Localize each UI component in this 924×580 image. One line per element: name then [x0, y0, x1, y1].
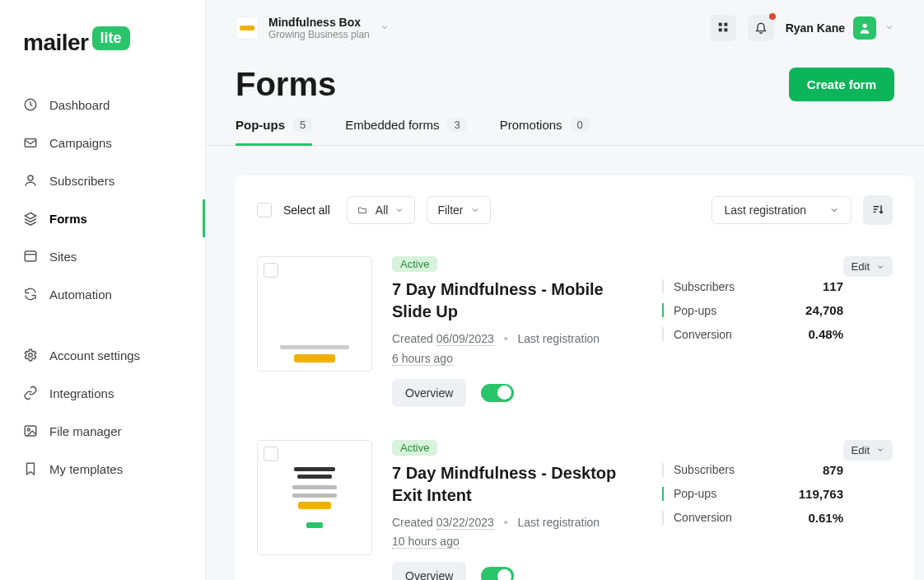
stat-label: Subscribers: [674, 463, 735, 476]
link-icon: [23, 386, 38, 400]
nav-campaigns[interactable]: Campaigns: [0, 124, 205, 161]
row-checkbox[interactable]: [264, 447, 278, 461]
active-toggle[interactable]: [481, 567, 514, 580]
svg-rect-7: [718, 22, 721, 26]
nav-forms[interactable]: Forms: [0, 199, 205, 237]
nav-integrations[interactable]: Integrations: [0, 374, 205, 412]
nav-my-templates[interactable]: My templates: [0, 450, 205, 488]
sidebar: mailerlite Dashboard Campaigns Subscribe…: [0, 0, 206, 580]
nav-label: Automation: [49, 288, 112, 302]
user-menu[interactable]: Ryan Kane: [786, 16, 894, 40]
svg-rect-9: [718, 28, 721, 31]
nav-label: Integrations: [49, 386, 114, 400]
folder-label: All: [376, 203, 389, 217]
notifications-button[interactable]: [748, 15, 774, 41]
nav-account-settings[interactable]: Account settings: [0, 336, 205, 374]
workspace-logo: [236, 16, 259, 40]
nav-label: My templates: [49, 462, 123, 476]
stat-value: 879: [823, 463, 843, 477]
nav-sites[interactable]: Sites: [0, 237, 205, 275]
chevron-down-icon: [876, 263, 884, 271]
created-date: 03/22/2023: [436, 516, 494, 530]
form-meta: Created 03/22/2023 • Last registration 1…: [392, 513, 634, 553]
image-icon: [23, 423, 38, 438]
select-all-checkbox[interactable]: [257, 203, 272, 218]
nav-subscribers[interactable]: Subscribers: [0, 161, 205, 199]
tab-embedded-forms[interactable]: Embedded forms 3: [345, 118, 466, 146]
stat-value: 0.61%: [808, 511, 843, 525]
tab-count: 0: [571, 118, 590, 132]
edit-button[interactable]: Edit: [843, 256, 893, 277]
sort-select[interactable]: Last registration: [712, 196, 852, 224]
overview-button[interactable]: Overview: [392, 379, 466, 407]
chevron-down-icon: [470, 205, 480, 215]
select-all-label: Select all: [283, 203, 330, 217]
chevron-down-icon: [884, 21, 894, 35]
chevron-down-icon: [380, 21, 390, 35]
nav-label: File manager: [49, 424, 122, 438]
active-toggle[interactable]: [481, 384, 514, 402]
created-date: 06/09/2023: [436, 332, 494, 346]
brand-badge: lite: [92, 26, 130, 50]
stat-value: 24,708: [805, 303, 843, 317]
notification-dot: [769, 13, 776, 20]
stat-label: Subscribers: [674, 280, 735, 293]
sort-label: Last registration: [724, 203, 806, 217]
refresh-icon: [23, 287, 38, 302]
page-header: Forms Create form: [206, 48, 924, 103]
layers-icon: [23, 211, 38, 226]
tab-promotions[interactable]: Promotions 0: [500, 118, 590, 146]
nav-automation[interactable]: Automation: [0, 275, 205, 313]
overview-button[interactable]: Overview: [392, 562, 466, 580]
filter-button[interactable]: Filter: [427, 196, 490, 224]
chevron-down-icon: [394, 205, 404, 215]
nav-label: Subscribers: [49, 174, 114, 188]
nav-label: Sites: [49, 250, 77, 264]
form-row: Active 7 Day Mindfulness - Mobile Slide …: [236, 240, 914, 423]
workspace-switcher[interactable]: Mindfulness Box Growing Business plan: [236, 16, 390, 40]
user-name: Ryan Kane: [786, 21, 845, 35]
svg-rect-1: [25, 139, 36, 147]
tab-label: Pop-ups: [236, 118, 285, 132]
page-title: Forms: [236, 66, 789, 103]
svg-rect-3: [25, 251, 36, 261]
sort-icon: [871, 203, 884, 218]
forms-list-card: Select all All Filter Last registration: [236, 175, 914, 580]
tab-popups[interactable]: Pop-ups 5: [236, 118, 312, 146]
stat-label: Pop-ups: [674, 487, 716, 500]
apps-button[interactable]: [710, 15, 736, 41]
tab-label: Promotions: [500, 118, 562, 132]
sort-direction-button[interactable]: [863, 195, 893, 225]
mail-icon: [23, 135, 38, 150]
stat-label: Conversion: [674, 511, 732, 524]
tab-label: Embedded forms: [345, 118, 439, 132]
status-badge: Active: [392, 256, 437, 272]
form-title[interactable]: 7 Day Mindfulness - Desktop Exit Intent: [392, 462, 623, 507]
status-badge: Active: [392, 440, 437, 456]
create-form-button[interactable]: Create form: [789, 68, 894, 101]
form-thumbnail[interactable]: [257, 440, 372, 555]
form-title[interactable]: 7 Day Mindfulness - Mobile Slide Up: [392, 278, 623, 323]
user-icon: [23, 173, 38, 188]
nav-label: Campaigns: [49, 136, 112, 150]
form-meta: Created 06/09/2023 • Last registration 6…: [392, 330, 634, 369]
stat-label: Pop-ups: [674, 304, 716, 317]
folder-filter[interactable]: All: [347, 196, 416, 224]
nav-file-manager[interactable]: File manager: [0, 412, 205, 450]
primary-nav: Dashboard Campaigns Subscribers Forms Si…: [0, 86, 205, 488]
workspace-name: Mindfulness Box: [268, 16, 370, 29]
svg-rect-8: [724, 22, 727, 26]
edit-button[interactable]: Edit: [843, 440, 893, 461]
svg-point-11: [862, 24, 866, 28]
row-checkbox[interactable]: [264, 263, 278, 278]
grid-icon: [716, 21, 730, 36]
brand-logo[interactable]: mailerlite: [0, 20, 205, 86]
nav-dashboard[interactable]: Dashboard: [0, 86, 205, 124]
form-stats: Subscribers 117 Pop-ups 24,708 Conversio…: [662, 256, 843, 341]
form-thumbnail[interactable]: [257, 256, 372, 372]
form-row: Active 7 Day Mindfulness - Desktop Exit …: [236, 423, 914, 580]
clock-icon: [23, 97, 38, 112]
last-registration: 10 hours ago: [392, 535, 460, 549]
tab-count: 5: [293, 118, 312, 132]
gear-icon: [23, 348, 38, 362]
